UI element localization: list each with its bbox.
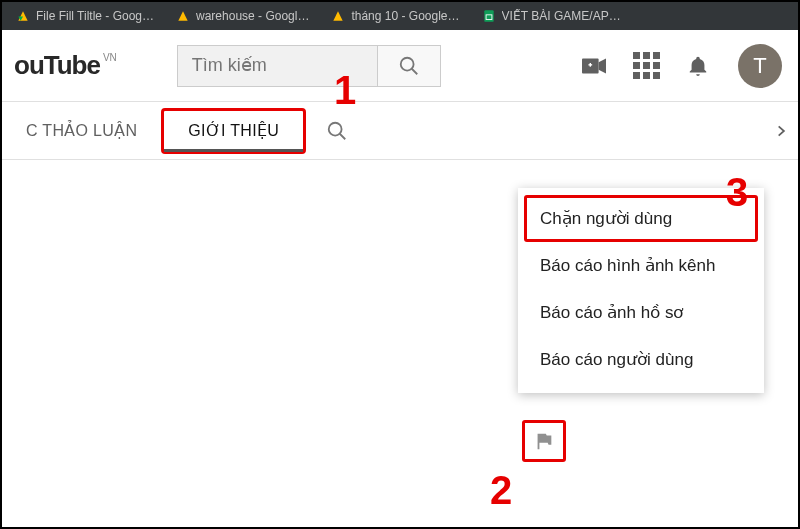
tab-label: tháng 10 - Google… — [351, 9, 459, 23]
browser-tab[interactable]: warehouse - Googl… — [166, 4, 319, 28]
tabs-scroll-right[interactable] — [774, 120, 788, 142]
menu-label: Báo cáo hình ảnh kênh — [540, 256, 715, 275]
drive-icon — [331, 9, 345, 23]
svg-marker-3 — [334, 11, 343, 20]
menu-report-profile-pic[interactable]: Báo cáo ảnh hồ sơ — [518, 289, 764, 336]
avatar[interactable]: T — [738, 44, 782, 88]
report-menu: Chặn người dùng Báo cáo hình ảnh kênh Bá… — [518, 188, 764, 393]
apps-button[interactable] — [634, 54, 658, 78]
svg-rect-11 — [590, 63, 591, 67]
search-bar — [177, 45, 441, 87]
svg-line-7 — [412, 68, 418, 74]
svg-marker-0 — [18, 11, 27, 20]
tab-label: warehouse - Googl… — [196, 9, 309, 23]
search-input[interactable] — [177, 45, 377, 87]
svg-line-13 — [340, 133, 346, 139]
header-actions: T — [582, 44, 782, 88]
menu-block-user[interactable]: Chặn người dùng — [524, 195, 758, 242]
menu-report-channel-art[interactable]: Báo cáo hình ảnh kênh — [518, 242, 764, 289]
menu-label: Báo cáo người dùng — [540, 350, 693, 369]
browser-tab[interactable]: File Fill Tiltle - Goog… — [6, 4, 164, 28]
channel-tabs: C THẢO LUẬN GIỚI THIỆU — [2, 102, 798, 160]
tab-label: GIỚI THIỆU — [188, 121, 279, 140]
menu-label: Báo cáo ảnh hồ sơ — [540, 303, 683, 322]
logo-text: ouTube — [14, 50, 100, 81]
avatar-initial: T — [753, 53, 766, 79]
search-button[interactable] — [377, 45, 441, 87]
notifications-button[interactable] — [686, 54, 710, 78]
channel-content: Chặn người dùng Báo cáo hình ảnh kênh Bá… — [2, 160, 798, 527]
browser-tab[interactable]: VIẾT BÀI GAME/AP… — [472, 4, 631, 28]
svg-marker-2 — [178, 11, 187, 20]
svg-marker-9 — [599, 58, 606, 73]
tab-discussion[interactable]: C THẢO LUẬN — [2, 102, 161, 159]
menu-report-user[interactable]: Báo cáo người dùng — [518, 336, 764, 383]
apps-icon — [633, 52, 660, 79]
youtube-logo[interactable]: ouTube VN — [14, 50, 117, 81]
flag-button[interactable] — [522, 420, 566, 462]
logo-region: VN — [103, 52, 117, 63]
menu-label: Chặn người dùng — [540, 209, 672, 228]
flag-icon — [533, 430, 555, 452]
tab-label: C THẢO LUẬN — [26, 121, 137, 140]
youtube-header: ouTube VN T — [2, 30, 798, 102]
tab-label: VIẾT BÀI GAME/AP… — [502, 9, 621, 23]
sheets-icon — [482, 9, 496, 23]
browser-tab[interactable]: tháng 10 - Google… — [321, 4, 469, 28]
svg-point-6 — [401, 57, 414, 70]
search-icon — [398, 55, 420, 77]
drive-icon — [16, 9, 30, 23]
drive-icon — [176, 9, 190, 23]
channel-search-button[interactable] — [326, 120, 348, 142]
browser-tab-strip: File Fill Tiltle - Goog… warehouse - Goo… — [2, 2, 798, 30]
tab-about[interactable]: GIỚI THIỆU — [161, 108, 306, 154]
tab-label: File Fill Tiltle - Goog… — [36, 9, 154, 23]
create-video-button[interactable] — [582, 54, 606, 78]
svg-point-12 — [329, 122, 342, 135]
